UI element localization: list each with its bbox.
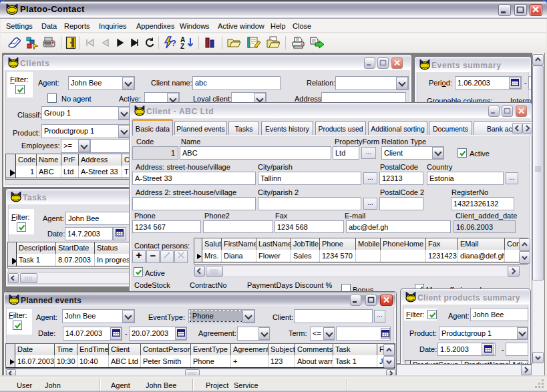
svg-text:Z: Z [180,43,184,49]
svg-text:?: ? [171,38,176,48]
